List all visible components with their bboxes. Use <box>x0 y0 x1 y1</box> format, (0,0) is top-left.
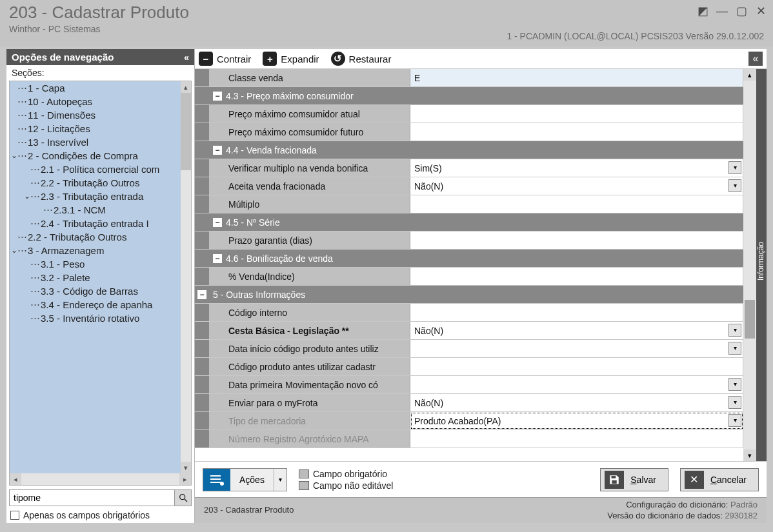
salvar-button[interactable]: Salvar <box>600 468 668 491</box>
chevron-down-icon: ▾ <box>274 469 286 491</box>
dropdown-icon[interactable]: ▾ <box>728 179 741 192</box>
field-value[interactable]: Sim(S)▾ <box>410 159 743 177</box>
status-config-label: Configuração do dicionário: <box>626 500 728 509</box>
field-value[interactable]: E <box>410 69 743 86</box>
grid-section-header[interactable]: −4.4 - Venda fracionada <box>195 141 743 159</box>
swatch-mandatory <box>299 469 309 478</box>
field-label: Data início código produto antes utiliz <box>223 340 410 357</box>
tree-item[interactable]: ⋯12 - Licitações <box>10 122 191 135</box>
field-value[interactable]: Não(N)▾ <box>410 322 743 339</box>
grid-section-header[interactable]: −4.5 - Nº Série <box>195 213 743 232</box>
status-version-value: 2930182 <box>725 511 758 520</box>
contrair-button[interactable]: − Contrair <box>199 52 251 66</box>
field-value[interactable]: Não(N)▾ <box>410 394 743 411</box>
tree-item[interactable]: ⋯2.2 - Tributação Outros <box>10 230 191 244</box>
grid-row: Tipo de mercadoriaProduto Acabado(PA)▾ <box>195 412 743 430</box>
tree-item[interactable]: ⋯13 - Inservível <box>10 135 191 149</box>
restaurar-button[interactable]: ↺ Restaurar <box>331 52 392 66</box>
dropdown-icon[interactable]: ▾ <box>728 396 741 409</box>
field-value[interactable] <box>410 304 743 321</box>
tree-item[interactable]: ⋯3.3 - Código de Barras <box>10 284 191 298</box>
mandatory-only-checkbox[interactable] <box>10 511 19 520</box>
search-input[interactable] <box>10 490 174 506</box>
acoes-button[interactable]: Ações ▾ <box>203 468 287 491</box>
dropdown-icon[interactable]: ▾ <box>728 342 741 355</box>
field-label: Cesta Básica - Legislação ** <box>223 322 410 339</box>
tree-item[interactable]: ⋯2.3.1 - NCM <box>10 203 191 217</box>
dropdown-icon[interactable]: ▾ <box>728 161 741 174</box>
tree-item[interactable]: ⌄⋯2.3 - Tributação entrada <box>10 190 191 203</box>
field-value[interactable] <box>410 195 743 213</box>
field-value[interactable] <box>410 123 743 141</box>
close-icon[interactable]: ✕ <box>754 4 768 18</box>
tree-item[interactable]: ⋯10 - Autopeças <box>10 95 191 108</box>
field-label: Data primeira Movimentação novo có <box>223 376 410 393</box>
grid-row: Número Registro Agrotóxico MAPA <box>195 430 743 448</box>
dropdown-icon[interactable]: ▾ <box>728 378 741 391</box>
dropdown-icon[interactable]: ▾ <box>728 414 741 427</box>
field-value[interactable]: Não(N)▾ <box>410 177 743 195</box>
field-value[interactable]: ▾ <box>410 376 743 393</box>
grid-row: Preço máximo comsumidor futuro <box>195 123 743 141</box>
collapse-icon[interactable]: − <box>213 254 222 263</box>
collapse-icon[interactable]: − <box>213 92 222 101</box>
collapse-icon[interactable]: − <box>213 146 222 155</box>
tree-horizontal-scrollbar[interactable]: ◂▸ <box>10 473 191 485</box>
grid-section-header[interactable]: −5 - Outras Informações <box>195 286 743 304</box>
grid-row: Cesta Básica - Legislação **Não(N)▾ <box>195 322 743 340</box>
tree-vertical-scrollbar[interactable]: ▴▾ <box>181 81 191 473</box>
grid-section-header[interactable]: −4.3 - Preço máximo consumidor <box>195 87 743 105</box>
expandir-button[interactable]: + Expandir <box>263 52 319 66</box>
mandatory-only-label: Apenas os campos obrigatórios <box>23 510 150 520</box>
grid-section-header[interactable]: −4.6 - Bonificação de venda <box>195 250 743 268</box>
svg-rect-7 <box>612 480 617 483</box>
tree-item[interactable]: ⌄⋯2 - Condições de Compra <box>10 149 191 163</box>
collapse-sidebar-icon[interactable]: « <box>184 52 189 63</box>
search-icon[interactable] <box>174 490 191 506</box>
tree-item[interactable]: ⋯3.2 - Palete <box>10 271 191 284</box>
tree-item[interactable]: ⋯2.1 - Política comercial com <box>10 163 191 176</box>
svg-line-1 <box>185 499 187 502</box>
sidebar-header: Opções de navegação « <box>6 49 194 65</box>
window-info: 1 - PCADMIN (LOCAL@LOCAL) PCSIS203 Versã… <box>507 31 764 41</box>
tree-item[interactable]: ⋯11 - Dimensões <box>10 108 191 122</box>
cancelar-button[interactable]: ✕ Cancelar <box>680 468 759 491</box>
field-value[interactable] <box>410 430 743 448</box>
tree-item[interactable]: ⋯3.5 - Inventário rotativo <box>10 311 191 325</box>
minimize-icon[interactable]: — <box>715 4 729 18</box>
cancel-icon: ✕ <box>685 471 704 489</box>
dropdown-icon[interactable]: ▾ <box>728 324 741 337</box>
field-value[interactable]: ▾ <box>410 340 743 357</box>
grid-row: Múltiplo <box>195 195 743 213</box>
grid-scrollbar[interactable]: ▴▾ <box>743 69 756 461</box>
grid-row: Código interno <box>195 304 743 322</box>
sidebar-header-label: Opções de navegação <box>12 52 114 63</box>
tree-item[interactable]: ⋯2.2 - Tributação Outros <box>10 176 191 190</box>
collapse-panel-icon[interactable]: « <box>748 52 763 66</box>
plus-icon: + <box>263 52 277 66</box>
edit-icon[interactable]: ◩ <box>696 4 710 18</box>
grid-row: % Venda(Indice) <box>195 268 743 286</box>
grid-row: Código produto antes utilizar cadastr <box>195 358 743 376</box>
svg-rect-3 <box>210 478 221 480</box>
sections-tree[interactable]: ⋯1 - Capa⋯10 - Autopeças⋯11 - Dimensões⋯… <box>10 81 191 473</box>
field-value[interactable]: Produto Acabado(PA)▾ <box>410 412 743 429</box>
collapse-icon[interactable]: − <box>213 218 222 227</box>
tree-item[interactable]: ⋯3.1 - Peso <box>10 257 191 271</box>
tree-item[interactable]: ⋯2.4 - Tributação entrada I <box>10 217 191 230</box>
maximize-icon[interactable]: ▢ <box>734 4 748 18</box>
svg-rect-4 <box>210 482 221 483</box>
sections-label: Seções: <box>6 65 194 81</box>
field-value[interactable] <box>410 268 743 285</box>
window-title: 203 - Cadastrar Produto <box>9 3 764 23</box>
field-value[interactable] <box>410 105 743 123</box>
tree-item[interactable]: ⌄⋯3 - Armazenagem <box>10 244 191 257</box>
tree-item[interactable]: ⋯3.4 - Endereço de apanha <box>10 298 191 311</box>
grid-row: Classe vendaE <box>195 69 743 87</box>
field-value[interactable] <box>410 232 743 249</box>
tree-item[interactable]: ⋯1 - Capa <box>10 81 191 95</box>
field-label: Preço máximo comsumidor atual <box>223 105 410 123</box>
info-tab[interactable]: Informação <box>756 69 767 461</box>
field-value[interactable] <box>410 358 743 375</box>
grid-row: Aceita venda fracionadaNão(N)▾ <box>195 177 743 195</box>
